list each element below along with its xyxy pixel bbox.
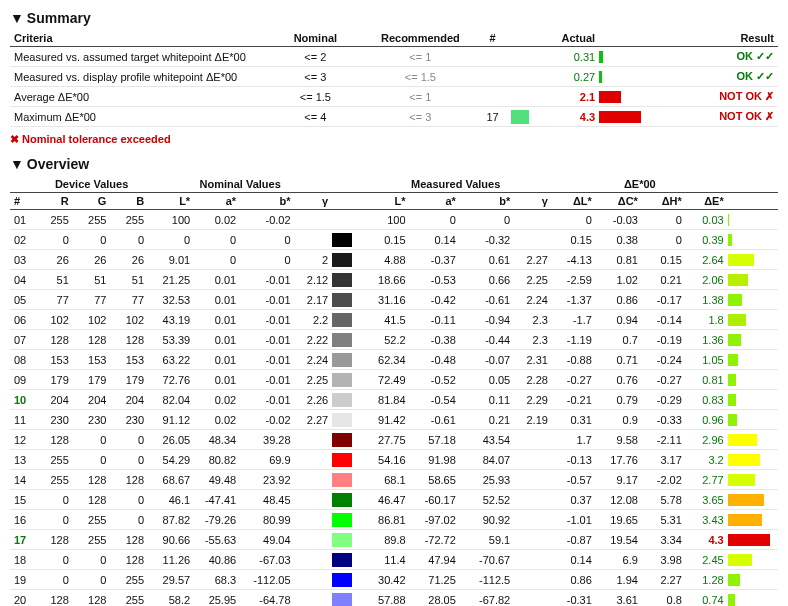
row-index: 19 xyxy=(10,570,35,590)
cell-mL: 100 xyxy=(359,210,409,230)
color-swatch xyxy=(332,210,359,230)
cell-ng: 2.27 xyxy=(295,410,333,430)
cell-dL: 0 xyxy=(552,210,596,230)
cell-na: 68.3 xyxy=(194,570,240,590)
cell-mL: 72.49 xyxy=(359,370,409,390)
cell-ng xyxy=(295,530,333,550)
ov-col-13: ΔL* xyxy=(552,193,596,210)
cell-dE: 3.2 xyxy=(686,450,728,470)
cell-B: 128 xyxy=(110,330,148,350)
cell-ma: -0.54 xyxy=(410,390,460,410)
cell-nb: -0.01 xyxy=(240,310,294,330)
cell-nb: -0.01 xyxy=(240,370,294,390)
count-cell xyxy=(474,87,511,107)
cell-G: 102 xyxy=(73,310,111,330)
cell-nL: 21.25 xyxy=(148,270,194,290)
cell-nL: 91.12 xyxy=(148,410,194,430)
cell-ng: 2.12 xyxy=(295,270,333,290)
de-bar xyxy=(728,590,778,607)
cell-nL: 90.66 xyxy=(148,530,194,550)
actual-bar xyxy=(599,87,659,107)
cell-dE: 0.83 xyxy=(686,390,728,410)
cell-mg xyxy=(514,510,552,530)
summary-heading[interactable]: ▼Summary xyxy=(10,10,778,26)
cell-dE: 1.38 xyxy=(686,290,728,310)
cell-dH: 0 xyxy=(642,230,686,250)
cell-dL: -2.59 xyxy=(552,270,596,290)
color-swatch xyxy=(332,430,359,450)
de-bar xyxy=(728,510,778,530)
cell-mb: 52.52 xyxy=(460,490,514,510)
cell-ng xyxy=(295,450,333,470)
cell-R: 0 xyxy=(35,510,73,530)
cell-G: 230 xyxy=(73,410,111,430)
cell-nL: 53.39 xyxy=(148,330,194,350)
cell-nb: -0.01 xyxy=(240,330,294,350)
cell-mg xyxy=(514,230,552,250)
cell-ma: -0.11 xyxy=(410,310,460,330)
cell-ng xyxy=(295,210,333,230)
pre-swatch xyxy=(511,87,535,107)
cell-na: 25.95 xyxy=(194,590,240,607)
cell-na: 0.01 xyxy=(194,310,240,330)
cell-dC: 9.17 xyxy=(596,470,642,490)
cell-B: 255 xyxy=(110,210,148,230)
cell-ng xyxy=(295,230,333,250)
caret-down-icon: ▼ xyxy=(10,10,24,26)
cell-mL: 4.88 xyxy=(359,250,409,270)
cell-nb: -0.01 xyxy=(240,290,294,310)
cell-na: 0.02 xyxy=(194,210,240,230)
de-bar xyxy=(728,470,778,490)
cell-ma: -0.42 xyxy=(410,290,460,310)
cell-R: 0 xyxy=(35,230,73,250)
row-index: 17 xyxy=(10,530,35,550)
cell-dC: 17.76 xyxy=(596,450,642,470)
summary-title-text: Summary xyxy=(27,10,91,26)
de-bar xyxy=(728,530,778,550)
cell-B: 0 xyxy=(110,490,148,510)
cell-dH: 2.27 xyxy=(642,570,686,590)
color-swatch xyxy=(332,590,359,607)
cell-mg xyxy=(514,210,552,230)
ov-col-2: G xyxy=(73,193,111,210)
cell-nL: 9.01 xyxy=(148,250,194,270)
cell-dH: 3.17 xyxy=(642,450,686,470)
cell-R: 0 xyxy=(35,570,73,590)
ov-col-14: ΔC* xyxy=(596,193,642,210)
recommended-cell: <= 1 xyxy=(367,87,475,107)
row-index: 02 xyxy=(10,230,35,250)
cell-dC: 0.9 xyxy=(596,410,642,430)
cell-na: -47.41 xyxy=(194,490,240,510)
ov-col-3: B xyxy=(110,193,148,210)
grp-device: Device Values xyxy=(35,176,148,193)
cell-mL: 46.47 xyxy=(359,490,409,510)
cell-dH: 0.15 xyxy=(642,250,686,270)
x-icon: ✖ xyxy=(10,133,19,145)
overview-heading[interactable]: ▼Overview xyxy=(10,156,778,172)
cell-dH: -0.19 xyxy=(642,330,686,350)
cell-nb: -64.78 xyxy=(240,590,294,607)
cell-dH: 5.31 xyxy=(642,510,686,530)
cell-G: 26 xyxy=(73,250,111,270)
cell-dL: -4.13 xyxy=(552,250,596,270)
cell-nL: 0 xyxy=(148,230,194,250)
cell-dE: 2.77 xyxy=(686,470,728,490)
cell-mg xyxy=(514,530,552,550)
cell-ma: 58.65 xyxy=(410,470,460,490)
count-cell: 17 xyxy=(474,107,511,127)
cell-nb: -0.01 xyxy=(240,350,294,370)
cell-dE: 4.3 xyxy=(686,530,728,550)
cell-dC: 0.7 xyxy=(596,330,642,350)
ov-col-10: a* xyxy=(410,193,460,210)
cell-nb: -67.03 xyxy=(240,550,294,570)
cell-dC: 0.81 xyxy=(596,250,642,270)
cell-R: 128 xyxy=(35,590,73,607)
nominal-cell: <= 2 xyxy=(264,47,366,67)
cell-dC: 19.54 xyxy=(596,530,642,550)
cell-mg: 2.19 xyxy=(514,410,552,430)
cell-dE: 1.36 xyxy=(686,330,728,350)
recommended-cell: <= 1 xyxy=(367,47,475,67)
cell-mL: 68.1 xyxy=(359,470,409,490)
criteria-cell: Measured vs. display profile whitepoint … xyxy=(10,67,264,87)
cell-na: 80.82 xyxy=(194,450,240,470)
